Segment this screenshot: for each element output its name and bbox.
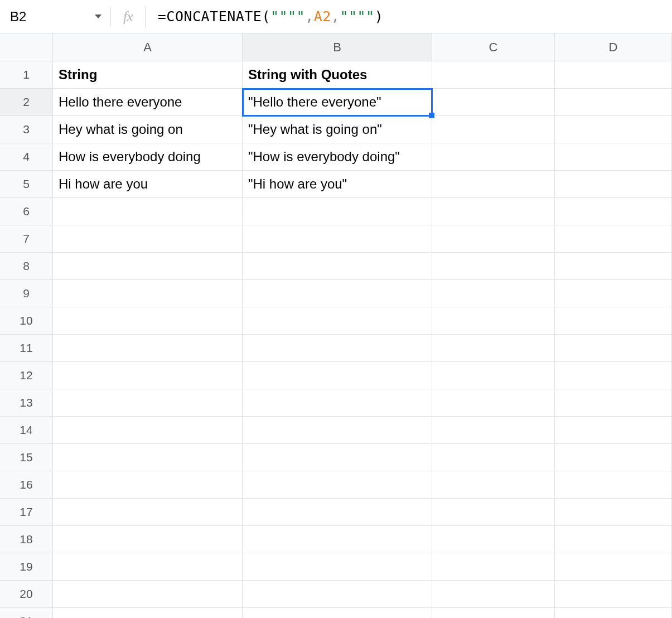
row-header-6[interactable]: 6 [0,198,53,225]
cell-A20[interactable] [53,581,243,608]
row-header-15[interactable]: 15 [0,444,53,471]
cell-C5[interactable] [432,171,555,198]
row-header-11[interactable]: 11 [0,335,53,362]
cell-A3[interactable]: Hey what is going on [53,116,243,143]
cell-D21[interactable] [555,608,672,618]
cell-A5[interactable]: Hi how are you [53,171,243,198]
cell-C17[interactable] [432,499,555,526]
row-header-13[interactable]: 13 [0,389,53,417]
cell-B14[interactable] [243,417,432,444]
row-header-10[interactable]: 10 [0,307,53,335]
cell-B1[interactable]: String with Quotes [243,61,432,89]
cell-C13[interactable] [432,389,555,417]
cell-B17[interactable] [243,499,432,526]
cell-A21[interactable] [53,608,243,618]
cell-C3[interactable] [432,116,555,143]
cell-A15[interactable] [53,444,243,471]
cell-A17[interactable] [53,499,243,526]
name-box[interactable]: B2 [0,0,110,33]
chevron-down-icon[interactable] [95,15,101,18]
cell-C14[interactable] [432,417,555,444]
row-header-17[interactable]: 17 [0,499,53,526]
cell-C8[interactable] [432,253,555,280]
cell-D12[interactable] [555,362,672,389]
cell-D8[interactable] [555,253,672,280]
cell-C15[interactable] [432,444,555,471]
cell-B6[interactable] [243,198,432,225]
cell-A7[interactable] [53,225,243,253]
row-header-14[interactable]: 14 [0,417,53,444]
cell-A18[interactable] [53,526,243,553]
cell-A14[interactable] [53,417,243,444]
cell-C7[interactable] [432,225,555,253]
row-header-3[interactable]: 3 [0,116,53,143]
cell-A10[interactable] [53,307,243,335]
cell-B9[interactable] [243,280,432,307]
cell-B5[interactable]: "Hi how are you" [243,171,432,198]
cell-D15[interactable] [555,444,672,471]
cell-B20[interactable] [243,581,432,608]
formula-input[interactable]: =CONCATENATE("""",A2,"""") [158,8,672,25]
cell-A16[interactable] [53,471,243,499]
cell-B11[interactable] [243,335,432,362]
cell-A8[interactable] [53,253,243,280]
cell-D7[interactable] [555,225,672,253]
row-header-4[interactable]: 4 [0,143,53,171]
row-header-20[interactable]: 20 [0,581,53,608]
cell-B12[interactable] [243,362,432,389]
row-header-18[interactable]: 18 [0,526,53,553]
row-header-1[interactable]: 1 [0,61,53,89]
cell-C21[interactable] [432,608,555,618]
cell-B19[interactable] [243,553,432,581]
row-header-12[interactable]: 12 [0,362,53,389]
cell-B21[interactable] [243,608,432,618]
cell-D1[interactable] [555,61,672,89]
row-header-7[interactable]: 7 [0,225,53,253]
cell-A4[interactable]: How is everybody doing [53,143,243,171]
cell-B15[interactable] [243,444,432,471]
cell-D18[interactable] [555,526,672,553]
cell-B2[interactable]: "Hello there everyone" [243,89,432,116]
cell-D3[interactable] [555,116,672,143]
cell-B4[interactable]: "How is everybody doing" [243,143,432,171]
row-header-2[interactable]: 2 [0,89,53,116]
cell-C6[interactable] [432,198,555,225]
cell-D5[interactable] [555,171,672,198]
cell-A11[interactable] [53,335,243,362]
cell-D16[interactable] [555,471,672,499]
cell-C9[interactable] [432,280,555,307]
cell-A6[interactable] [53,198,243,225]
cell-A2[interactable]: Hello there everyone [53,89,243,116]
column-header-C[interactable]: C [432,33,555,61]
cell-A12[interactable] [53,362,243,389]
column-header-B[interactable]: B [243,33,432,61]
cell-D19[interactable] [555,553,672,581]
cell-A19[interactable] [53,553,243,581]
cell-B13[interactable] [243,389,432,417]
cell-B18[interactable] [243,526,432,553]
row-header-16[interactable]: 16 [0,471,53,499]
row-header-21[interactable]: 21 [0,608,53,618]
cell-C10[interactable] [432,307,555,335]
cell-C18[interactable] [432,526,555,553]
cell-B10[interactable] [243,307,432,335]
cell-D6[interactable] [555,198,672,225]
row-header-8[interactable]: 8 [0,253,53,280]
cell-C11[interactable] [432,335,555,362]
cell-B3[interactable]: "Hey what is going on" [243,116,432,143]
cell-C4[interactable] [432,143,555,171]
cell-D10[interactable] [555,307,672,335]
spreadsheet-grid[interactable]: ABCD1StringString with Quotes2Hello ther… [0,33,672,618]
cell-A9[interactable] [53,280,243,307]
cell-D13[interactable] [555,389,672,417]
cell-C16[interactable] [432,471,555,499]
cell-D11[interactable] [555,335,672,362]
cell-D2[interactable] [555,89,672,116]
cell-B16[interactable] [243,471,432,499]
cell-C20[interactable] [432,581,555,608]
column-header-A[interactable]: A [53,33,243,61]
cell-C1[interactable] [432,61,555,89]
row-header-19[interactable]: 19 [0,553,53,581]
cell-A13[interactable] [53,389,243,417]
cell-D9[interactable] [555,280,672,307]
